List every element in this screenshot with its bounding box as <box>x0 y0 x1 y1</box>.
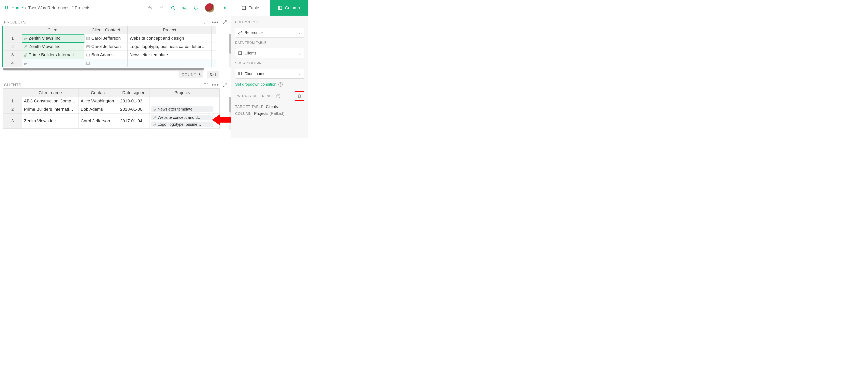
breadcrumb-doc[interactable]: Two-Way References <box>28 5 69 10</box>
col-header-client-name[interactable]: Client name <box>22 89 79 97</box>
vertical-scrollbar[interactable] <box>229 34 231 67</box>
more-menu-icon[interactable]: ••• <box>213 83 218 87</box>
help-icon[interactable]: ? <box>278 82 283 87</box>
chip-text: Website concept and d… <box>158 115 202 120</box>
cell-client-name[interactable]: ABC Construction Comp… <box>22 97 79 105</box>
chevron-down-icon: ⌄ <box>298 30 301 35</box>
cell-project[interactable]: Logo, logotype, business cards, letter… <box>128 42 212 51</box>
panel-toggle-icon[interactable] <box>223 5 227 10</box>
add-column-button[interactable]: + <box>212 26 216 34</box>
row-number: 3 <box>3 51 22 59</box>
expand-icon[interactable] <box>222 20 227 25</box>
cell-text: Zenith Views Inc <box>29 36 60 41</box>
cell-contact[interactable]: Carol Jefferson <box>84 42 128 51</box>
section-title-clients: CLIENTS <box>4 83 21 87</box>
table-row[interactable]: 3 Prime Builders Internati… Bob Adams Ne… <box>3 51 216 59</box>
svg-rect-5 <box>278 6 282 9</box>
more-menu-icon[interactable]: ••• <box>213 20 218 25</box>
col-header-client[interactable]: Client <box>22 26 84 34</box>
cell-project[interactable] <box>128 59 212 67</box>
cell-project[interactable]: Website concept and design <box>128 34 212 42</box>
label-two-way: TWO-WAY REFERENCE <box>235 94 274 98</box>
cell-contact[interactable] <box>84 59 128 67</box>
breadcrumb-page[interactable]: Projects <box>74 5 90 10</box>
row-number: 1 <box>3 97 22 105</box>
table-row[interactable]: 2 Zenith Views Inc Carol Jefferson Logo,… <box>3 42 216 51</box>
chevron-down-icon: ⌄ <box>298 51 301 56</box>
projects-table[interactable]: Client Client_Contact Project + 1 Zenith… <box>3 26 216 67</box>
cell-client[interactable]: Prime Builders Internati… <box>22 51 84 59</box>
tab-table[interactable]: Table <box>231 0 270 16</box>
cell-contact[interactable]: Bob Adams <box>79 105 118 114</box>
vertical-scrollbar[interactable] <box>229 97 231 130</box>
col-header-project[interactable]: Project <box>128 26 212 34</box>
tab-label: Table <box>249 5 259 10</box>
horizontal-scrollbar[interactable] <box>3 68 221 70</box>
link-icon <box>238 31 242 34</box>
svg-point-0 <box>172 6 174 9</box>
cell-projects[interactable]: Newsletter template <box>150 105 215 114</box>
cell-client[interactable] <box>22 59 84 67</box>
sort-filter-icon[interactable] <box>204 20 208 25</box>
cell-client-name[interactable]: Zenith Views Inc <box>22 114 79 129</box>
table-row[interactable]: 1ABC Construction Comp…Alice Washington2… <box>3 97 220 105</box>
svg-point-3 <box>185 9 186 10</box>
grid-stats: COUNT3 3×1 <box>0 70 231 78</box>
notifications-icon[interactable] <box>193 5 198 10</box>
col-header-date[interactable]: Date signed <box>118 89 150 97</box>
sort-filter-icon[interactable] <box>204 83 208 87</box>
set-dropdown-condition-link[interactable]: Set dropdown condition <box>235 82 276 87</box>
tab-column[interactable]: Column <box>270 0 308 16</box>
cell-date[interactable]: 2018-01-06 <box>118 105 150 114</box>
cell-contact[interactable]: Alice Washington <box>79 97 118 105</box>
delete-two-way-button[interactable] <box>295 91 304 101</box>
redo-icon[interactable] <box>159 5 164 10</box>
card-icon <box>86 62 90 65</box>
reference-chip[interactable]: Website concept and d… <box>151 115 213 120</box>
cell-contact[interactable]: Carol Jefferson <box>79 114 118 129</box>
row-number-header <box>3 89 22 97</box>
breadcrumb-home[interactable]: Home <box>11 5 23 10</box>
cell-client[interactable]: Zenith Views Inc <box>22 42 84 51</box>
share-icon[interactable] <box>182 5 187 10</box>
table-header-row: Client name Contact Date signed Projects… <box>3 89 220 97</box>
add-column-button[interactable]: - <box>215 89 220 97</box>
cell-client-name[interactable]: Prime Builders Internati… <box>22 105 79 114</box>
help-icon[interactable]: ? <box>276 94 280 98</box>
table-row-new[interactable]: 4 <box>3 59 216 67</box>
undo-icon[interactable] <box>148 5 153 10</box>
table-row[interactable]: 1 Zenith Views Inc Carol Jefferson Websi… <box>3 34 216 42</box>
expand-icon[interactable] <box>222 83 227 87</box>
select-data-from[interactable]: Clients ⌄ <box>235 48 304 58</box>
svg-point-1 <box>185 6 186 7</box>
table-row[interactable]: 2Prime Builders Internati…Bob Adams2018-… <box>3 105 220 114</box>
trash-icon <box>297 94 302 98</box>
row-number: 3 <box>3 114 22 129</box>
cell-projects[interactable]: Website concept and d…Logo, logotype, bu… <box>150 114 215 129</box>
cell-date[interactable]: 2019-01-03 <box>118 97 150 105</box>
cell-projects[interactable] <box>150 97 215 105</box>
cell-contact[interactable]: Bob Adams <box>84 51 128 59</box>
col-header-projects[interactable]: Projects <box>150 89 215 97</box>
avatar[interactable] <box>205 3 214 12</box>
cell-text: Carol Jefferson <box>91 36 121 41</box>
chip-text: Logo, logotype, busine… <box>158 122 201 127</box>
svg-point-2 <box>183 7 184 8</box>
breadcrumb-sep: / <box>71 5 72 10</box>
cell-project[interactable]: Newsletter template <box>128 51 212 59</box>
app-logo-icon[interactable] <box>4 5 9 10</box>
cell-contact[interactable]: Carol Jefferson <box>84 34 128 42</box>
search-icon[interactable] <box>170 5 175 10</box>
select-show-column[interactable]: Client name ⌄ <box>235 69 304 79</box>
col-header-contact[interactable]: Contact <box>79 89 118 97</box>
col-header-contact[interactable]: Client_Contact <box>84 26 128 34</box>
select-column-type[interactable]: Reference ⌄ <box>235 28 304 37</box>
reference-chip[interactable]: Newsletter template <box>151 107 213 112</box>
reference-chip[interactable]: Logo, logotype, busine… <box>151 122 213 127</box>
clients-table[interactable]: Client name Contact Date signed Projects… <box>3 88 220 129</box>
cell-client[interactable]: Zenith Views Inc <box>22 34 84 42</box>
cell-date[interactable]: 2017-01-04 <box>118 114 150 129</box>
table-row[interactable]: 3Zenith Views IncCarol Jefferson2017-01-… <box>3 114 220 129</box>
cell-text: Zenith Views Inc <box>29 44 60 49</box>
svg-rect-7 <box>239 72 242 75</box>
